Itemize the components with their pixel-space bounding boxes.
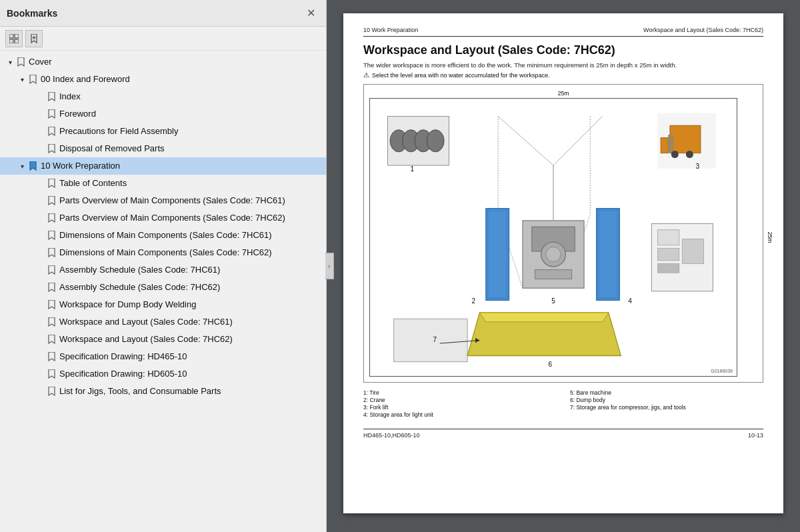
bookmark-add-button[interactable]	[25, 30, 43, 47]
bookmarks-panel: Bookmarks ✕ ▾Cover▾00 Index and Foreword…	[0, 0, 327, 532]
grid-view-button[interactable]	[5, 30, 23, 47]
bookmark-add-icon	[30, 34, 38, 43]
collapse-handle[interactable]: ‹	[325, 253, 334, 279]
bookmark-item-index[interactable]: Index	[0, 88, 326, 105]
bookmark-label: Cover	[29, 57, 321, 68]
svg-rect-14	[661, 138, 668, 153]
bookmark-item-parts-overview-7hc62[interactable]: Parts Overview of Main Components (Sales…	[0, 209, 326, 227]
pdf-diagram-container: 25m 1	[363, 84, 763, 383]
bookmark-icon	[47, 351, 56, 362]
svg-marker-46	[480, 313, 609, 322]
bookmark-item-workspace-7hc62[interactable]: Workspace and Layout (Sales Code: 7HC62)	[0, 331, 326, 348]
svg-rect-32	[535, 270, 571, 279]
bookmark-item-parts-overview-7hc61[interactable]: Parts Overview of Main Components (Sales…	[0, 192, 326, 209]
expand-arrow-placeholder	[36, 196, 45, 205]
bookmark-item-jigs-list[interactable]: List for Jigs, Tools, and Consumable Par…	[0, 383, 326, 400]
bookmark-label: Workspace and Layout (Sales Code: 7HC61)	[59, 317, 321, 328]
bookmark-item-workspace-dump[interactable]: Workspace for Dump Body Welding	[0, 296, 326, 313]
bookmark-icon	[47, 178, 56, 189]
bookmark-label: Specification Drawing: HD605-10	[59, 369, 321, 380]
bookmark-item-precautions[interactable]: Precautions for Field Assembly	[0, 123, 326, 140]
svg-rect-42	[658, 263, 679, 273]
bookmark-label: Precautions for Field Assembly	[59, 126, 321, 137]
bookmark-label: Workspace and Layout (Sales Code: 7HC62)	[59, 334, 321, 345]
svg-text:7: 7	[433, 336, 437, 343]
expand-arrow-placeholder	[36, 335, 45, 344]
bookmark-label: Dimensions of Main Components (Sales Cod…	[59, 247, 321, 259]
expand-arrow: ▾	[17, 75, 27, 84]
pdf-page-title: Workspace and Layout (Sales Code: 7HC62)	[363, 43, 763, 57]
bookmark-item-workspace-7hc61[interactable]: Workspace and Layout (Sales Code: 7HC61)	[0, 313, 326, 331]
svg-point-17	[671, 151, 679, 158]
bookmark-item-foreword[interactable]: Foreword	[0, 105, 326, 123]
bookmark-label: Table of Contents	[59, 178, 321, 189]
bookmark-icon	[47, 265, 56, 275]
expand-arrow: ▾	[5, 57, 15, 67]
svg-text:1: 1	[410, 165, 414, 173]
bookmark-label: Index	[59, 91, 321, 103]
pdf-header-left: 10 Work Preparation	[363, 27, 418, 33]
diagram-right-label: 25m	[767, 232, 774, 243]
svg-rect-44	[394, 319, 467, 361]
svg-rect-1	[15, 34, 19, 38]
bookmark-item-dimensions-7hc62[interactable]: Dimensions of Main Components (Sales Cod…	[0, 244, 326, 261]
bookmark-icon	[47, 317, 56, 327]
svg-point-10	[427, 130, 444, 152]
bookmark-label: Assembly Schedule (Sales Code: 7HC61)	[59, 265, 321, 276]
expand-arrow-placeholder	[36, 265, 45, 275]
bookmarks-title: Bookmarks	[7, 8, 57, 19]
bookmark-item-spec-hd605[interactable]: Specification Drawing: HD605-10	[0, 365, 326, 383]
bookmark-item-index-foreword[interactable]: ▾00 Index and Foreword	[0, 71, 326, 88]
bookmark-label: Disposal of Removed Parts	[59, 143, 321, 155]
pdf-description: The wider workspace is more efficient to…	[363, 61, 763, 69]
grid-icon	[9, 34, 19, 43]
svg-rect-25	[489, 211, 506, 297]
expand-arrow-placeholder	[36, 317, 45, 327]
expand-arrow-placeholder	[36, 387, 45, 396]
expand-arrow-placeholder	[36, 127, 45, 136]
bookmark-item-disposal[interactable]: Disposal of Removed Parts	[0, 140, 326, 157]
svg-rect-3	[15, 39, 19, 43]
svg-line-34	[553, 116, 603, 165]
expand-arrow-placeholder	[36, 352, 45, 361]
footer-left: HD465-10,HD605-10	[363, 432, 420, 439]
bookmark-label: List for Jigs, Tools, and Consumable Par…	[59, 386, 321, 397]
bookmark-item-toc[interactable]: Table of Contents	[0, 175, 326, 192]
svg-rect-16	[671, 135, 673, 153]
svg-text:3: 3	[696, 163, 700, 170]
bookmark-label: 00 Index and Foreword	[41, 74, 321, 85]
bookmark-item-spec-hd465[interactable]: Specification Drawing: HD465-10	[0, 348, 326, 365]
expand-arrow-placeholder	[36, 283, 45, 292]
expand-arrow-placeholder	[36, 231, 45, 240]
bookmark-label: Parts Overview of Main Components (Sales…	[59, 195, 321, 207]
svg-rect-27	[599, 211, 617, 297]
bookmark-icon	[47, 230, 56, 241]
bookmark-label: 10 Work Preparation	[41, 161, 321, 172]
pdf-legend: 1: Tire5: Bare machine2: Crane6: Dump bo…	[363, 389, 763, 418]
bookmark-icon	[16, 57, 25, 67]
bookmark-icon	[28, 161, 37, 171]
bookmark-item-work-prep[interactable]: ▾10 Work Preparation	[0, 157, 326, 175]
legend-item: 3: Fork lift	[363, 404, 557, 411]
close-button[interactable]: ✕	[303, 7, 319, 20]
bookmark-item-cover[interactable]: ▾Cover	[0, 53, 326, 71]
bookmark-icon	[47, 126, 56, 137]
svg-point-31	[546, 247, 561, 262]
expand-arrow-placeholder	[36, 109, 45, 119]
bookmark-label: Foreword	[59, 109, 321, 120]
bookmark-item-assembly-7hc62[interactable]: Assembly Schedule (Sales Code: 7HC62)	[0, 279, 326, 296]
warning-text: Select the level area with no water accu…	[372, 72, 550, 79]
bookmark-item-dimensions-7hc61[interactable]: Dimensions of Main Components (Sales Cod…	[0, 227, 326, 244]
workspace-svg: 1 3	[375, 104, 731, 368]
pdf-footer: HD465-10,HD605-10 10-13	[363, 429, 763, 439]
svg-rect-0	[9, 34, 13, 38]
svg-rect-40	[658, 230, 679, 245]
svg-text:4: 4	[628, 297, 632, 305]
bookmark-item-assembly-7hc61[interactable]: Assembly Schedule (Sales Code: 7HC61)	[0, 261, 326, 279]
legend-item: 1: Tire	[363, 389, 557, 396]
legend-item: 6: Dump body	[570, 397, 763, 403]
svg-text:6: 6	[549, 361, 553, 368]
pdf-header-right: Workspace and Layout (Sales Code: 7HC62)	[643, 27, 763, 33]
svg-text:2: 2	[471, 297, 475, 305]
pdf-header-bar: 10 Work Preparation Workspace and Layout…	[363, 27, 763, 37]
